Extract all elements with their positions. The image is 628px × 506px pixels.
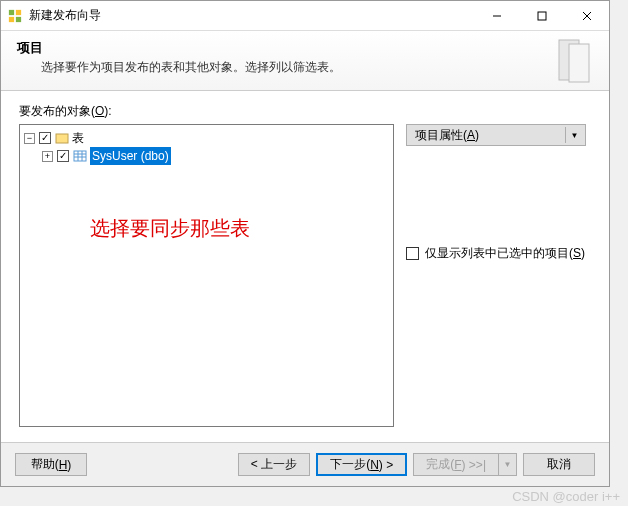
help-button[interactable]: 帮助(H) [15, 453, 87, 476]
maximize-button[interactable] [519, 1, 564, 30]
titlebar-title: 新建发布向导 [29, 7, 474, 24]
table-icon [73, 149, 87, 163]
svg-rect-9 [569, 44, 589, 82]
svg-rect-5 [538, 12, 546, 20]
back-button[interactable]: < 上一步 [238, 453, 310, 476]
close-button[interactable] [564, 1, 609, 30]
header-image [551, 36, 599, 84]
show-checked-row: 仅显示列表中已选中的项目(S) [406, 246, 591, 262]
article-properties-button[interactable]: 项目属性(A) ▼ [406, 124, 586, 146]
page-description: 选择要作为项目发布的表和其他对象。选择列以筛选表。 [41, 59, 593, 76]
cancel-button[interactable]: 取消 [523, 453, 595, 476]
next-button[interactable]: 下一步(N) > [316, 453, 407, 476]
watermark: CSDN @coder i++ [512, 489, 620, 504]
titlebar: 新建发布向导 [1, 1, 609, 31]
objects-label: 要发布的对象(O): [19, 103, 591, 120]
tree-item-sysuser[interactable]: + ✓ SysUser (dbo) [42, 147, 389, 165]
right-column: 项目属性(A) ▼ 仅显示列表中已选中的项目(S) [406, 124, 591, 427]
page-title: 项目 [17, 39, 593, 57]
collapse-icon[interactable]: − [24, 133, 35, 144]
finish-dropdown[interactable]: ▼ [499, 453, 517, 476]
content-area: 要发布的对象(O): − ✓ 表 + ✓ SysUs [1, 91, 609, 439]
svg-rect-11 [74, 151, 86, 161]
checkbox-checked-icon[interactable]: ✓ [39, 132, 51, 144]
window-buttons [474, 1, 609, 30]
tree-root-label: 表 [72, 129, 84, 147]
objects-tree[interactable]: − ✓ 表 + ✓ SysUser (dbo) 选择要同步那些表 [19, 124, 394, 427]
expand-icon[interactable]: + [42, 151, 53, 162]
footer-buttons: 帮助(H) < 上一步 下一步(N) > 完成(F) >>| ▼ 取消 [1, 442, 609, 486]
annotation-text: 选择要同步那些表 [90, 215, 250, 242]
show-checked-checkbox[interactable] [406, 247, 419, 260]
svg-rect-3 [16, 16, 21, 21]
svg-rect-0 [9, 9, 14, 14]
checkbox-checked-icon[interactable]: ✓ [57, 150, 69, 162]
svg-rect-2 [9, 16, 14, 21]
tree-item-label: SysUser (dbo) [90, 147, 171, 165]
minimize-button[interactable] [474, 1, 519, 30]
finish-button[interactable]: 完成(F) >>| [413, 453, 499, 476]
app-icon [7, 8, 23, 24]
svg-rect-1 [16, 9, 21, 14]
chevron-down-icon[interactable]: ▼ [565, 127, 583, 143]
svg-rect-10 [56, 134, 68, 143]
wizard-header: 项目 选择要作为项目发布的表和其他对象。选择列以筛选表。 [1, 31, 609, 91]
tree-root-tables[interactable]: − ✓ 表 [24, 129, 389, 147]
folder-icon [55, 131, 69, 145]
wizard-dialog: 新建发布向导 项目 选择要作为项目发布的表和其他对象。选择列以筛选表。 要发布的… [0, 0, 610, 487]
show-checked-label: 仅显示列表中已选中的项目(S) [425, 246, 585, 262]
